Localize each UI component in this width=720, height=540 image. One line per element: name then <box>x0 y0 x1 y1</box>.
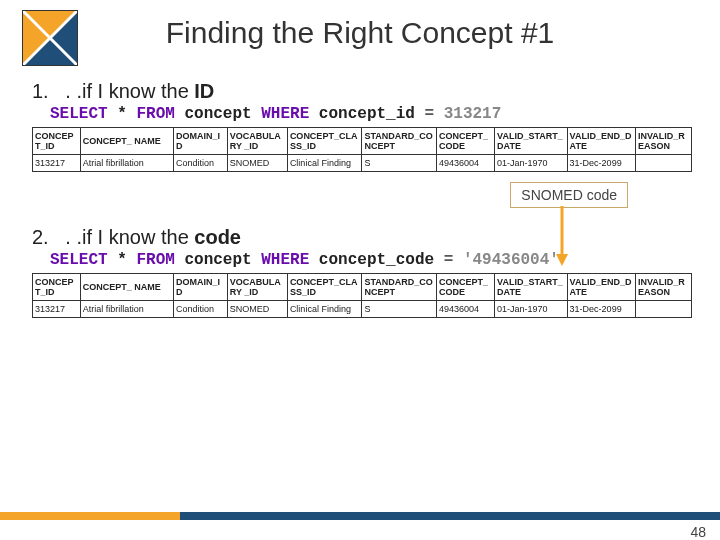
page-number: 48 <box>690 524 706 540</box>
table-header-row: CONCEPT_IDCONCEPT_ NAMEDOMAIN_IDVOCABULA… <box>33 128 692 155</box>
svg-marker-5 <box>556 254 568 266</box>
table-header-row: CONCEPT_IDCONCEPT_ NAMEDOMAIN_IDVOCABULA… <box>33 274 692 301</box>
logo <box>22 10 78 66</box>
section-2-heading: 2. . .if I know the code <box>32 226 688 249</box>
sql-query-2: SELECT * FROM concept WHERE concept_code… <box>32 251 688 269</box>
table-row: 313217Atrial fibrillationConditionSNOMED… <box>33 301 692 318</box>
arrow-icon <box>554 206 570 266</box>
footer-bar <box>0 512 720 520</box>
section-1-heading: 1. . .if I know the ID <box>32 80 688 103</box>
result-table-2: CONCEPT_IDCONCEPT_ NAMEDOMAIN_IDVOCABULA… <box>32 273 692 318</box>
result-table-1: CONCEPT_IDCONCEPT_ NAMEDOMAIN_IDVOCABULA… <box>32 127 692 172</box>
table-row: 313217Atrial fibrillationConditionSNOMED… <box>33 155 692 172</box>
callout-snomed: SNOMED code <box>510 182 628 208</box>
page-title: Finding the Right Concept #1 <box>0 0 720 74</box>
sql-query-1: SELECT * FROM concept WHERE concept_id =… <box>32 105 688 123</box>
